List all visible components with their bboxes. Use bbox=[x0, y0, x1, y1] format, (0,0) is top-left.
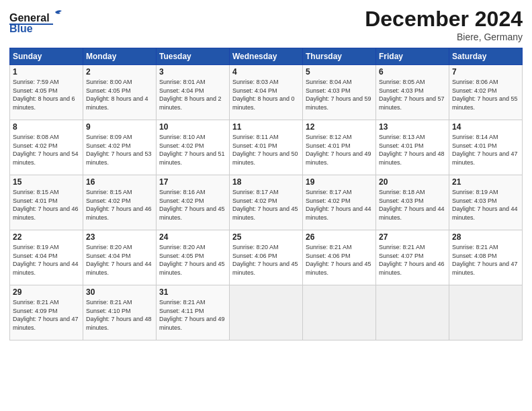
calendar-cell: 17Sunrise: 8:16 AMSunset: 4:02 PMDayligh… bbox=[157, 175, 230, 230]
calendar-cell bbox=[303, 285, 376, 340]
calendar-cell: 19Sunrise: 8:17 AMSunset: 4:02 PMDayligh… bbox=[303, 175, 376, 230]
week-row-4: 22Sunrise: 8:19 AMSunset: 4:04 PMDayligh… bbox=[10, 230, 523, 285]
calendar-cell: 26Sunrise: 8:21 AMSunset: 4:06 PMDayligh… bbox=[303, 230, 376, 285]
day-number: 30 bbox=[86, 287, 153, 297]
col-tuesday: Tuesday bbox=[157, 48, 230, 65]
calendar-cell bbox=[449, 285, 523, 340]
svg-text:General: General bbox=[9, 12, 50, 24]
cell-details: Sunrise: 8:19 AMSunset: 4:03 PMDaylight:… bbox=[452, 189, 518, 221]
week-row-2: 8Sunrise: 8:08 AMSunset: 4:02 PMDaylight… bbox=[10, 120, 523, 175]
cell-details: Sunrise: 8:17 AMSunset: 4:02 PMDaylight:… bbox=[232, 189, 298, 221]
cell-details: Sunrise: 8:08 AMSunset: 4:02 PMDaylight:… bbox=[13, 134, 79, 166]
header: General Blue December 2024 Biere, German… bbox=[9, 7, 523, 42]
calendar-cell: 24Sunrise: 8:20 AMSunset: 4:05 PMDayligh… bbox=[157, 230, 230, 285]
day-number: 3 bbox=[159, 67, 226, 77]
calendar-table: Sunday Monday Tuesday Wednesday Thursday… bbox=[9, 48, 523, 340]
day-number: 12 bbox=[306, 122, 373, 132]
day-number: 7 bbox=[452, 67, 519, 77]
title-area: December 2024 Biere, Germany bbox=[365, 7, 523, 42]
cell-details: Sunrise: 8:13 AMSunset: 4:01 PMDaylight:… bbox=[379, 134, 445, 166]
cell-details: Sunrise: 8:04 AMSunset: 4:03 PMDaylight:… bbox=[306, 79, 371, 111]
calendar-cell bbox=[376, 285, 449, 340]
week-row-5: 29Sunrise: 8:21 AMSunset: 4:09 PMDayligh… bbox=[10, 285, 523, 340]
cell-details: Sunrise: 8:03 AMSunset: 4:04 PMDaylight:… bbox=[232, 79, 295, 111]
cell-details: Sunrise: 8:20 AMSunset: 4:06 PMDaylight:… bbox=[232, 244, 298, 276]
cell-details: Sunrise: 8:17 AMSunset: 4:02 PMDaylight:… bbox=[306, 189, 371, 221]
logo-svg: General Blue bbox=[9, 7, 83, 34]
cell-details: Sunrise: 8:14 AMSunset: 4:01 PMDaylight:… bbox=[452, 134, 518, 166]
calendar-cell: 8Sunrise: 8:08 AMSunset: 4:02 PMDaylight… bbox=[10, 120, 83, 175]
calendar-cell: 3Sunrise: 8:01 AMSunset: 4:04 PMDaylight… bbox=[157, 65, 230, 120]
day-number: 27 bbox=[379, 232, 446, 242]
day-number: 18 bbox=[232, 177, 300, 187]
day-number: 9 bbox=[86, 122, 153, 132]
col-saturday: Saturday bbox=[449, 48, 523, 65]
cell-details: Sunrise: 8:20 AMSunset: 4:05 PMDaylight:… bbox=[159, 244, 225, 276]
calendar-cell: 13Sunrise: 8:13 AMSunset: 4:01 PMDayligh… bbox=[376, 120, 449, 175]
day-number: 10 bbox=[159, 122, 226, 132]
cell-details: Sunrise: 8:09 AMSunset: 4:02 PMDaylight:… bbox=[86, 134, 152, 166]
day-number: 14 bbox=[452, 122, 519, 132]
cell-details: Sunrise: 8:01 AMSunset: 4:04 PMDaylight:… bbox=[159, 79, 222, 111]
calendar-cell: 21Sunrise: 8:19 AMSunset: 4:03 PMDayligh… bbox=[449, 175, 523, 230]
cell-details: Sunrise: 8:15 AMSunset: 4:01 PMDaylight:… bbox=[13, 189, 79, 221]
calendar-cell: 28Sunrise: 8:21 AMSunset: 4:08 PMDayligh… bbox=[449, 230, 523, 285]
cell-details: Sunrise: 8:21 AMSunset: 4:11 PMDaylight:… bbox=[159, 299, 225, 331]
day-number: 15 bbox=[13, 177, 80, 187]
calendar-cell: 4Sunrise: 8:03 AMSunset: 4:04 PMDaylight… bbox=[230, 65, 303, 120]
cell-details: Sunrise: 8:21 AMSunset: 4:09 PMDaylight:… bbox=[13, 299, 79, 331]
calendar-cell: 1Sunrise: 7:59 AMSunset: 4:05 PMDaylight… bbox=[10, 65, 83, 120]
calendar-cell: 11Sunrise: 8:11 AMSunset: 4:01 PMDayligh… bbox=[230, 120, 303, 175]
cell-details: Sunrise: 8:16 AMSunset: 4:02 PMDaylight:… bbox=[159, 189, 225, 221]
calendar-cell: 9Sunrise: 8:09 AMSunset: 4:02 PMDaylight… bbox=[83, 120, 157, 175]
logo: General Blue bbox=[9, 7, 83, 34]
cell-details: Sunrise: 8:21 AMSunset: 4:10 PMDaylight:… bbox=[86, 299, 152, 331]
day-number: 19 bbox=[306, 177, 373, 187]
day-number: 17 bbox=[159, 177, 226, 187]
header-row: Sunday Monday Tuesday Wednesday Thursday… bbox=[10, 48, 523, 65]
calendar-cell: 2Sunrise: 8:00 AMSunset: 4:05 PMDaylight… bbox=[83, 65, 157, 120]
cell-details: Sunrise: 8:10 AMSunset: 4:02 PMDaylight:… bbox=[159, 134, 225, 166]
cell-details: Sunrise: 8:05 AMSunset: 4:03 PMDaylight:… bbox=[379, 79, 445, 111]
calendar-cell: 30Sunrise: 8:21 AMSunset: 4:10 PMDayligh… bbox=[83, 285, 157, 340]
col-monday: Monday bbox=[83, 48, 157, 65]
day-number: 5 bbox=[306, 67, 373, 77]
calendar-cell: 16Sunrise: 8:15 AMSunset: 4:02 PMDayligh… bbox=[83, 175, 157, 230]
day-number: 20 bbox=[379, 177, 446, 187]
day-number: 13 bbox=[379, 122, 446, 132]
calendar-cell: 18Sunrise: 8:17 AMSunset: 4:02 PMDayligh… bbox=[230, 175, 303, 230]
svg-text:Blue: Blue bbox=[9, 23, 33, 34]
calendar-cell: 5Sunrise: 8:04 AMSunset: 4:03 PMDaylight… bbox=[303, 65, 376, 120]
day-number: 11 bbox=[232, 122, 300, 132]
cell-details: Sunrise: 8:11 AMSunset: 4:01 PMDaylight:… bbox=[232, 134, 298, 166]
cell-details: Sunrise: 8:21 AMSunset: 4:06 PMDaylight:… bbox=[306, 244, 371, 276]
month-title: December 2024 bbox=[365, 7, 523, 32]
cell-details: Sunrise: 8:19 AMSunset: 4:04 PMDaylight:… bbox=[13, 244, 79, 276]
calendar-cell: 27Sunrise: 8:21 AMSunset: 4:07 PMDayligh… bbox=[376, 230, 449, 285]
day-number: 29 bbox=[13, 287, 80, 297]
cell-details: Sunrise: 8:06 AMSunset: 4:02 PMDaylight:… bbox=[452, 79, 518, 111]
calendar-cell: 14Sunrise: 8:14 AMSunset: 4:01 PMDayligh… bbox=[449, 120, 523, 175]
day-number: 28 bbox=[452, 232, 519, 242]
cell-details: Sunrise: 8:20 AMSunset: 4:04 PMDaylight:… bbox=[86, 244, 152, 276]
page: General Blue December 2024 Biere, German… bbox=[0, 0, 532, 411]
col-sunday: Sunday bbox=[10, 48, 83, 65]
col-thursday: Thursday bbox=[303, 48, 376, 65]
cell-details: Sunrise: 8:00 AMSunset: 4:05 PMDaylight:… bbox=[86, 79, 148, 111]
day-number: 31 bbox=[159, 287, 226, 297]
calendar-cell: 22Sunrise: 8:19 AMSunset: 4:04 PMDayligh… bbox=[10, 230, 83, 285]
calendar-cell: 23Sunrise: 8:20 AMSunset: 4:04 PMDayligh… bbox=[83, 230, 157, 285]
calendar-cell: 29Sunrise: 8:21 AMSunset: 4:09 PMDayligh… bbox=[10, 285, 83, 340]
col-wednesday: Wednesday bbox=[230, 48, 303, 65]
cell-details: Sunrise: 8:21 AMSunset: 4:07 PMDaylight:… bbox=[379, 244, 445, 276]
cell-details: Sunrise: 8:15 AMSunset: 4:02 PMDaylight:… bbox=[86, 189, 152, 221]
day-number: 4 bbox=[232, 67, 300, 77]
calendar-cell: 10Sunrise: 8:10 AMSunset: 4:02 PMDayligh… bbox=[157, 120, 230, 175]
week-row-1: 1Sunrise: 7:59 AMSunset: 4:05 PMDaylight… bbox=[10, 65, 523, 120]
day-number: 2 bbox=[86, 67, 153, 77]
day-number: 25 bbox=[232, 232, 300, 242]
calendar-cell: 15Sunrise: 8:15 AMSunset: 4:01 PMDayligh… bbox=[10, 175, 83, 230]
day-number: 22 bbox=[13, 232, 80, 242]
calendar-cell: 7Sunrise: 8:06 AMSunset: 4:02 PMDaylight… bbox=[449, 65, 523, 120]
day-number: 21 bbox=[452, 177, 519, 187]
